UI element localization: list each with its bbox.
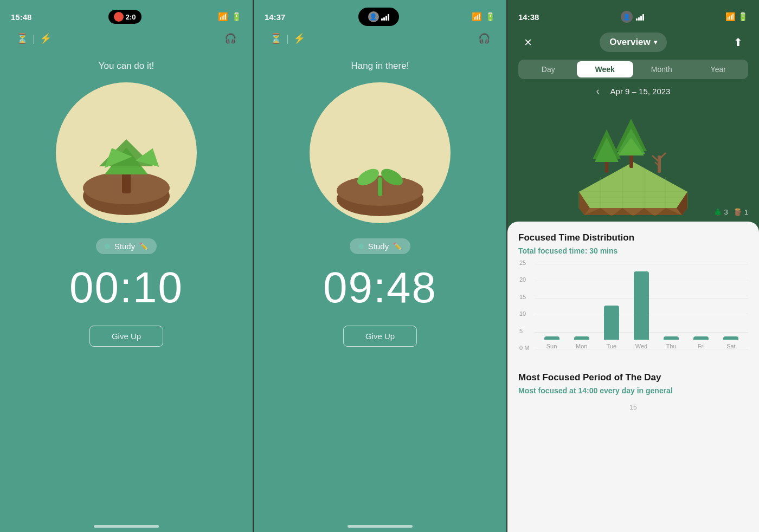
tree-circle-1 xyxy=(56,82,197,223)
most-focused-section: Most Focused Period of The Day Most focu… xyxy=(518,372,748,422)
lightning-icon-2: ⚡ xyxy=(293,33,305,44)
study-tag-2[interactable]: Study ✏️ xyxy=(350,238,410,254)
phone-panel-2: 14:37 👤 📶 🔋 ⏳ | ⚡ � xyxy=(254,0,506,532)
overview-status-bar: 14:38 👤 📶 🔋 xyxy=(507,0,759,27)
bar-tue xyxy=(604,306,619,340)
status-pill-2: 👤 xyxy=(363,9,395,24)
overview-battery: 🔋 xyxy=(738,12,748,22)
hourglass-icon: ⏳ xyxy=(16,33,28,44)
study-dot-1 xyxy=(105,244,110,249)
svg-rect-9 xyxy=(378,177,382,196)
bar-label-tue: Tue xyxy=(607,343,617,349)
bars-container: SunMonTueWedThuFriSat xyxy=(535,264,748,349)
date-nav: ‹ Apr 9 – 15, 2023 xyxy=(507,86,759,97)
status-center-1: 2:0 xyxy=(108,10,141,24)
home-indicator-2 xyxy=(348,525,413,528)
red-dot xyxy=(114,12,124,22)
overview-title: Overview xyxy=(609,37,651,48)
total-value: 30 mins xyxy=(589,246,618,255)
bar-label-mon: Mon xyxy=(576,343,587,349)
focused-time-title: Focused Time Distribution xyxy=(518,232,748,243)
overview-title-btn[interactable]: Overview ▾ xyxy=(600,33,667,52)
overview-status-right: 📶 🔋 xyxy=(725,12,748,22)
tree-circle-2 xyxy=(310,82,451,223)
battery-icon-2: 🔋 xyxy=(485,12,496,22)
chart-bottom-label: 15 xyxy=(518,404,748,422)
period-tabs: Day Week Month Year xyxy=(518,60,748,79)
most-focused-text: Most focused at 14:00 every day in gener… xyxy=(518,386,748,395)
status-number: 2:0 xyxy=(126,13,136,21)
signal-bar-1 xyxy=(381,18,383,21)
bar-label-fri: Fri xyxy=(698,343,705,349)
bar-fri xyxy=(693,336,709,340)
top-icons-2: ⏳ | ⚡ 🎧 xyxy=(254,27,506,50)
tree-badges: 🌲 3 🪵 1 xyxy=(713,208,748,216)
share-btn[interactable]: ⬆ xyxy=(729,33,748,52)
tab-week[interactable]: Week xyxy=(577,61,634,77)
study-label-2: Study xyxy=(368,242,389,251)
bar-col-mon: Mon xyxy=(567,336,596,349)
bar-mon xyxy=(574,336,589,340)
motivation-text-2: Hang in there! xyxy=(351,61,409,72)
bar-thu xyxy=(664,336,679,340)
overview-header: × Overview ▾ ⬆ xyxy=(507,27,759,57)
bar-label-wed: Wed xyxy=(635,343,647,349)
phone-panel-1: 15:48 2:0 📶 🔋 ⏳ | ⚡ 🎧 You can do it! xyxy=(0,0,253,532)
status-right-2: 📶 🔋 xyxy=(472,12,496,22)
total-focused: Total focused time: 30 mins xyxy=(518,246,748,255)
overview-panel: 14:38 👤 📶 🔋 × Overview ▾ ⬆ xyxy=(507,0,759,532)
tree-count-2: 1 xyxy=(744,208,748,216)
lightning-icon: ⚡ xyxy=(40,33,52,44)
tab-month[interactable]: Month xyxy=(633,61,690,77)
motivation-text-1: You can do it! xyxy=(99,61,154,72)
bar-chart: 25 20 15 10 5 0 M SunMonTueWedThuFriSat xyxy=(518,264,748,361)
edit-icon-2[interactable]: ✏️ xyxy=(393,242,402,250)
tree-icon-dead: 🪵 xyxy=(734,208,742,216)
tree-badge-dead: 🪵 1 xyxy=(734,208,748,216)
hourglass-icon-2: ⏳ xyxy=(270,33,282,44)
tab-day[interactable]: Day xyxy=(520,61,577,77)
timer-2: 09:48 xyxy=(323,263,437,313)
overview-avatar: 👤 xyxy=(621,11,633,23)
overview-wifi: 📶 xyxy=(725,12,736,22)
top-icons-left-1: ⏳ | ⚡ xyxy=(16,33,52,44)
study-label-1: Study xyxy=(114,242,135,251)
forest-svg xyxy=(557,108,709,216)
edit-icon-1[interactable]: ✏️ xyxy=(139,242,148,250)
study-tag-1[interactable]: Study ✏️ xyxy=(96,238,157,254)
most-focused-suffix: every day in general xyxy=(600,386,673,395)
status-right-1: 📶 🔋 xyxy=(218,12,242,22)
share-icon: ⬆ xyxy=(734,36,743,49)
bar-col-thu: Thu xyxy=(657,336,686,349)
headphone-icon: 🎧 xyxy=(224,33,236,44)
divider-icon-2: | xyxy=(286,33,289,44)
bar-col-sat: Sat xyxy=(716,336,746,349)
signal-bar-4 xyxy=(388,14,389,21)
bar-col-fri: Fri xyxy=(686,336,716,349)
bar-label-sun: Sun xyxy=(546,343,557,349)
wifi-icon: 📶 xyxy=(218,12,228,22)
most-focused-title: Most Focused Period of The Day xyxy=(518,372,748,383)
tab-year[interactable]: Year xyxy=(690,61,747,77)
home-indicator-1 xyxy=(94,525,159,528)
tree-badge-green: 🌲 3 xyxy=(713,208,728,216)
close-btn[interactable]: × xyxy=(518,33,538,52)
time-1: 15:48 xyxy=(11,12,31,22)
top-icons-1: ⏳ | ⚡ 🎧 xyxy=(0,27,253,50)
tree-count-1: 3 xyxy=(724,208,728,216)
prev-arrow[interactable]: ‹ xyxy=(596,86,600,97)
overview-time: 14:38 xyxy=(518,12,539,22)
status-center-2: 👤 xyxy=(358,8,399,26)
bar-sun xyxy=(544,336,559,340)
give-up-btn-1[interactable]: Give Up xyxy=(89,326,163,347)
status-bar-1: 15:48 2:0 📶 🔋 xyxy=(0,0,253,27)
divider-icon: | xyxy=(33,33,35,44)
bar-col-wed: Wed xyxy=(626,271,656,349)
overview-signal xyxy=(636,13,644,21)
study-dot-2 xyxy=(358,244,364,249)
battery-icon: 🔋 xyxy=(231,12,242,22)
wifi-icon-2: 📶 xyxy=(472,12,482,22)
give-up-btn-2[interactable]: Give Up xyxy=(343,326,417,347)
overview-status-center: 👤 xyxy=(621,11,644,23)
signal-bars-2 xyxy=(381,13,389,21)
